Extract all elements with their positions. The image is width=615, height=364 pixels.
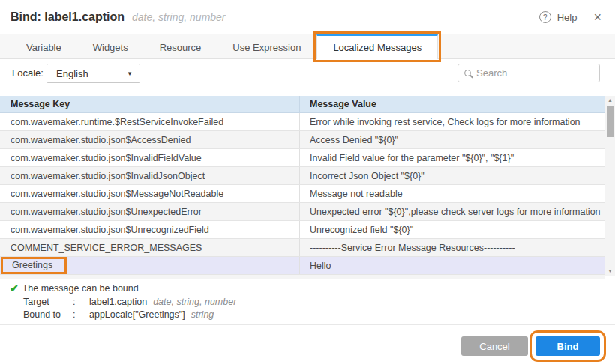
message-value-cell[interactable]: Unrecognized field "${0}"	[300, 221, 604, 238]
locale-select[interactable]: English ▼	[46, 64, 140, 83]
table-row[interactable]: com.wavemaker.runtime.$RestServiceInvoke…	[0, 113, 615, 131]
tab-label: Use Expression	[232, 42, 301, 53]
target-line: Target : label1.caption date, string, nu…	[0, 296, 615, 308]
message-key-cell[interactable]: com.wavemaker.studio.json$AccessDenied	[0, 131, 300, 148]
message-key-cell[interactable]: COMMENT_SERVICE_ERROR_MESSAGES	[0, 239, 300, 256]
bind-status-panel: ✔ The message can be bound Target : labe…	[0, 282, 615, 321]
message-value-cell[interactable]: ----------Service Error Message Resource…	[300, 239, 604, 256]
tab-label: Localized Messages	[333, 42, 422, 53]
search-icon	[464, 70, 471, 76]
bind-button[interactable]: Bind	[536, 336, 600, 356]
tab-label: Variable	[26, 42, 62, 53]
message-value-cell[interactable]: Error while invoking rest service, Check…	[300, 113, 604, 130]
table-body: com.wavemaker.runtime.$RestServiceInvoke…	[0, 113, 615, 275]
bound-to-value: appLocale["Greetings"]	[89, 309, 185, 320]
help-icon[interactable]: ?	[539, 11, 551, 23]
search-box[interactable]	[458, 64, 600, 82]
messages-table: Message Key Message Value com.wavemaker.…	[0, 96, 615, 280]
tab-label: Widgets	[93, 42, 128, 53]
tab-label: Resource	[160, 42, 202, 53]
table-row[interactable]: Greetings Hello	[0, 257, 615, 275]
bind-dialog: Bind: label1.caption date, string, numbe…	[0, 0, 615, 364]
table-row[interactable]: com.wavemaker.studio.json$UnexpectedErro…	[0, 203, 615, 221]
target-type: date, string, number	[153, 297, 236, 307]
dialog-titlebar: Bind: label1.caption date, string, numbe…	[0, 0, 615, 34]
tab-use-expression[interactable]: Use Expression	[217, 34, 316, 58]
tab-localized-messages[interactable]: Localized Messages	[316, 34, 438, 59]
table-row[interactable]: com.wavemaker.studio.json$InvalidFieldVa…	[0, 149, 615, 167]
tab-bar: Variable Widgets Resource Use Expression…	[0, 34, 615, 59]
search-input[interactable]	[476, 67, 608, 79]
bind-status-message: The message can be bound	[22, 283, 139, 294]
chevron-down-icon: ▼	[127, 70, 133, 77]
table-row[interactable]: com.wavemaker.studio.json$UnrecognizedFi…	[0, 221, 615, 239]
message-value-cell[interactable]: Incorrect Json Object "${0}"	[300, 167, 604, 184]
message-key-cell[interactable]: Greetings	[0, 257, 300, 274]
message-value-cell[interactable]: Access Denied "${0}"	[300, 131, 604, 148]
bound-to-line: Bound to : appLocale["Greetings"] string	[0, 309, 615, 321]
footer-divider	[0, 324, 615, 325]
check-icon: ✔	[10, 282, 19, 294]
message-value-cell[interactable]: Invalid Field value for the parameter "$…	[300, 149, 604, 166]
message-value-cell[interactable]: Hello	[300, 257, 604, 274]
bound-to-type: string	[191, 309, 214, 320]
message-key-cell[interactable]: com.wavemaker.studio.json$InvalidJsonObj…	[0, 167, 300, 184]
message-key-cell[interactable]: com.wavemaker.studio.json$UnrecognizedFi…	[0, 221, 300, 238]
locale-label: Locale:	[12, 67, 44, 79]
target-value: label1.caption	[89, 297, 147, 307]
dialog-title: Bind: label1.caption	[10, 10, 124, 24]
message-value-cell[interactable]: Unexpected error "${0}",please check ser…	[300, 203, 604, 220]
scrollbar-thumb[interactable]	[607, 106, 614, 137]
message-value-cell[interactable]: Message not readable	[300, 185, 604, 202]
close-icon[interactable]: ×	[593, 10, 602, 24]
column-header-message-value[interactable]: Message Value	[300, 96, 604, 112]
help-link[interactable]: Help	[557, 12, 578, 23]
column-header-message-key[interactable]: Message Key	[0, 96, 300, 112]
table-header-row: Message Key Message Value	[0, 96, 615, 113]
table-row-partial	[0, 275, 604, 279]
toolbar-row: Locale: English ▼	[0, 60, 615, 94]
scroll-up-icon[interactable]: ▲	[605, 97, 615, 104]
tab-resource[interactable]: Resource	[144, 34, 218, 58]
table-row[interactable]: com.wavemaker.studio.json$InvalidJsonObj…	[0, 167, 615, 185]
table-row[interactable]: com.wavemaker.studio.json$AccessDenied A…	[0, 131, 615, 149]
dialog-subtitle: date, string, number	[132, 11, 226, 23]
table-row[interactable]: com.wavemaker.studio.json$MessageNotRead…	[0, 185, 615, 203]
cancel-button[interactable]: Cancel	[461, 336, 528, 356]
footer-buttons: Cancel Bind	[461, 336, 600, 356]
message-key-cell[interactable]: com.wavemaker.runtime.$RestServiceInvoke…	[0, 113, 300, 130]
tab-variable[interactable]: Variable	[10, 34, 77, 58]
message-key-cell[interactable]: com.wavemaker.studio.json$MessageNotRead…	[0, 185, 300, 202]
tab-widgets[interactable]: Widgets	[77, 34, 144, 58]
scroll-down-icon[interactable]: ▼	[605, 267, 615, 275]
message-key-cell[interactable]: com.wavemaker.studio.json$UnexpectedErro…	[0, 203, 300, 220]
locale-selected-value: English	[56, 68, 88, 79]
table-row[interactable]: COMMENT_SERVICE_ERROR_MESSAGES ---------…	[0, 239, 615, 257]
vertical-scrollbar[interactable]: ▲ ▼	[604, 96, 615, 276]
target-label: Target	[23, 297, 73, 307]
bound-to-label: Bound to	[23, 309, 73, 320]
message-key-cell[interactable]: com.wavemaker.studio.json$InvalidFieldVa…	[0, 149, 300, 166]
